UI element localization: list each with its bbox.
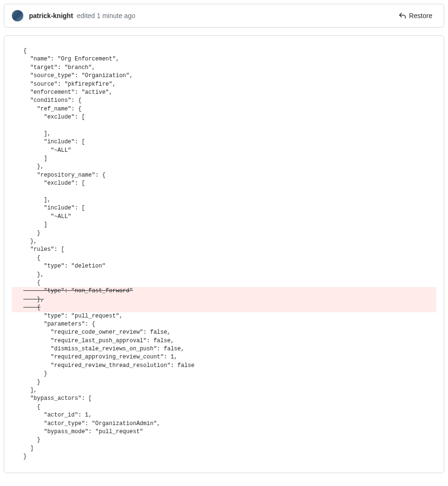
code-line: "include": [ <box>23 138 436 146</box>
header-text: patrick-knight edited 1 minute ago <box>29 12 135 20</box>
code-line: "rules": [ <box>23 246 436 254</box>
code-line: { <box>23 254 436 262</box>
edit-timestamp: edited 1 minute ago <box>77 12 135 20</box>
code-line: "exclude": [ <box>23 113 436 121</box>
code-line: "require_last_push_approval": false, <box>23 337 436 345</box>
code-line <box>23 122 436 130</box>
code-line: { <box>23 403 436 411</box>
restore-button[interactable]: Restore <box>395 10 436 21</box>
code-line: ], <box>23 387 436 395</box>
code-line <box>23 188 436 196</box>
avatar[interactable] <box>12 10 23 21</box>
code-line: "bypass_actors": [ <box>23 395 436 403</box>
code-line: { <box>12 304 436 312</box>
code-line: } <box>23 453 436 461</box>
code-line: } <box>23 229 436 238</box>
code-line: }, <box>23 238 436 246</box>
code-line: ], <box>23 130 436 138</box>
header-left: patrick-knight edited 1 minute ago <box>12 10 135 21</box>
code-line: "type": "deletion" <box>23 262 436 270</box>
code-line: "source": "pkfirepkfire", <box>23 80 436 89</box>
code-line: "source_type": "Organization", <box>23 72 436 80</box>
code-line: ], <box>23 196 436 204</box>
code-line: "bypass_mode": "pull_request" <box>23 428 436 436</box>
code-line: "require_code_owner_review": false, <box>23 328 436 337</box>
code-line: } <box>23 436 436 444</box>
code-line: "actor_type": "OrganizationAdmin", <box>23 420 436 428</box>
code-line: "target": "branch", <box>23 64 436 72</box>
code-line: "include": [ <box>23 204 436 212</box>
code-line: "parameters": { <box>23 320 436 328</box>
code-line: "type": "non_fast_forward" <box>12 287 436 295</box>
code-line: } <box>23 378 436 387</box>
code-line: ] <box>23 221 436 229</box>
code-line: }, <box>12 296 436 304</box>
code-line: ] <box>23 155 436 163</box>
code-line: }, <box>23 271 436 279</box>
code-line: "~ALL" <box>23 147 436 155</box>
code-line: { <box>23 47 436 55</box>
reply-icon <box>399 12 406 20</box>
code-line: "~ALL" <box>23 213 436 221</box>
code-line: "exclude": [ <box>23 179 436 188</box>
revision-header: patrick-knight edited 1 minute ago Resto… <box>4 4 444 28</box>
code-line: "repository_name": { <box>23 171 436 179</box>
code-block: { "name": "Org Enforcement", "target": "… <box>23 47 436 461</box>
code-line: "required_approving_review_count": 1, <box>23 353 436 361</box>
code-line: "ref_name": { <box>23 105 436 113</box>
code-line: "conditions": { <box>23 97 436 105</box>
restore-label: Restore <box>409 12 432 20</box>
code-line: "required_review_thread_resolution": fal… <box>23 362 436 370</box>
username[interactable]: patrick-knight <box>29 12 73 20</box>
code-line: ] <box>23 445 436 453</box>
code-line: } <box>23 370 436 378</box>
code-line: "type": "pull_request", <box>23 312 436 320</box>
code-diff-card: { "name": "Org Enforcement", "target": "… <box>4 35 444 473</box>
code-line: }, <box>23 163 436 171</box>
code-line: "enforcement": "active", <box>23 89 436 97</box>
code-line: { <box>23 279 436 287</box>
code-line: "dismiss_stale_reviews_on_push": false, <box>23 345 436 353</box>
code-line: "actor_id": 1, <box>23 411 436 419</box>
code-line: "name": "Org Enforcement", <box>23 55 436 63</box>
